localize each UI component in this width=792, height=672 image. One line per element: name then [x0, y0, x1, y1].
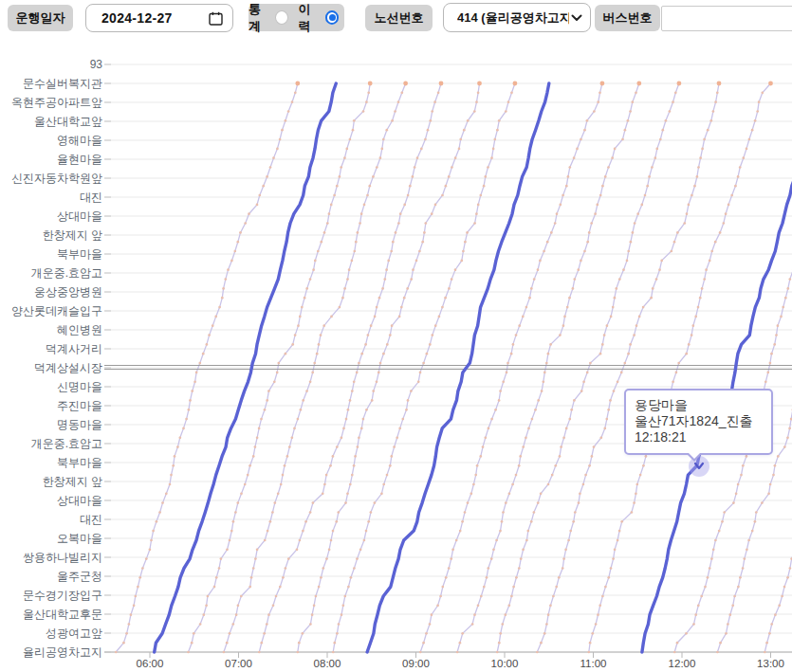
- x-axis-label: 08:00: [306, 658, 348, 669]
- bus-history-app: 운행일자 2024-12-27 통계 이력 노선번호 414 (율리공영차고지 …: [0, 0, 792, 672]
- x-axis-label: 13:00: [750, 658, 792, 669]
- x-axis-label: 06:00: [129, 658, 171, 669]
- x-axis-label: 10:00: [484, 658, 525, 669]
- tooltip-stop: 용당마을: [635, 397, 762, 413]
- tooltip-bus: 울산71자1824_진출: [635, 413, 762, 429]
- tooltip-pointer: [686, 453, 703, 462]
- tooltip: 용당마을 울산71자1824_진출 12:18:21: [624, 389, 773, 455]
- x-axis-label: 09:00: [396, 658, 437, 669]
- x-axis-label: 07:00: [218, 658, 260, 669]
- x-axis-label: 12:00: [661, 658, 703, 669]
- x-axis: 06:0007:0008:0009:0010:0011:0012:0013:00: [0, 0, 792, 672]
- tooltip-time: 12:18:21: [635, 429, 762, 445]
- x-axis-label: 11:00: [573, 658, 615, 669]
